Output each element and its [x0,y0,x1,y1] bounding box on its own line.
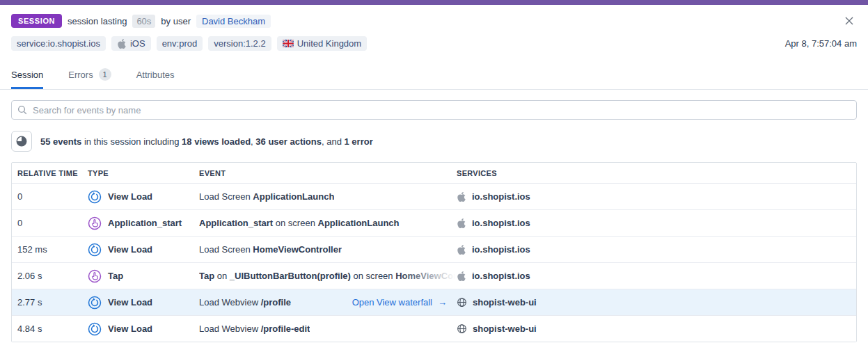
summary-row: 55 events in this session including 18 v… [11,131,857,152]
apple-icon [457,192,466,202]
event-row[interactable]: 2.77 sView LoadLoad Webview /profileOpen… [12,289,856,315]
tab-attributes[interactable]: Attributes [136,68,175,89]
tag-label: version:1.2.2 [214,38,265,49]
event-type: Tap [88,269,199,283]
event-row[interactable]: 4.84 sView LoadLoad Webview /profile-edi… [12,315,856,342]
tag-label: iOS [130,38,145,49]
column-header-svc: SERVICES [455,169,856,177]
event-type-label: View Load [108,191,152,202]
relative-time: 4.84 s [12,324,88,334]
event-description-cell: Tap on _UIButtonBarButton(profile) on sc… [199,271,455,281]
session-tags-row: service:io.shopist.iosiOSenv:prodversion… [11,36,857,60]
relative-time: 0 [12,218,88,228]
tag-label: env:prod [162,38,198,49]
service-cell: io.shopist.ios [455,218,856,228]
close-button[interactable] [842,13,857,29]
session-timestamp: Apr 8, 7:57:04 am [785,38,857,49]
event-description: Tap on _UIButtonBarButton(profile) on sc… [199,271,455,281]
session-lasting-text: session lasting [68,16,127,26]
by-user-text: by user [161,16,191,26]
tag-pill[interactable]: service:io.shopist.ios [11,36,106,51]
close-icon [844,15,855,26]
event-type-label: View Load [108,324,152,334]
event-description-cell: Load Webview /profileOpen View waterfall… [199,297,455,308]
accent-top-bar [0,0,868,5]
event-row[interactable]: 152 msView LoadLoad Screen HomeViewContr… [12,236,856,262]
event-row[interactable]: 0View LoadLoad Screen ApplicationLaunchi… [12,183,856,209]
column-header-time: RELATIVE TIME [12,169,88,177]
event-type: Application_start [88,216,199,230]
arrow-right-icon: → [438,297,447,308]
relative-time: 2.06 s [12,271,88,281]
view-load-icon [88,322,102,336]
tag-pill[interactable]: env:prod [157,36,203,51]
session-breakdown-button[interactable] [11,131,32,152]
tab-count-badge: 1 [99,68,111,81]
event-type-label: View Load [108,244,152,255]
events-table-header: RELATIVE TIMETYPEEVENTSERVICES [12,163,856,183]
service-cell: io.shopist.ios [455,191,856,202]
user-name-pill[interactable]: David Beckham [196,15,271,28]
event-description: Load Webview /profile-edit [199,324,310,334]
apple-icon [457,218,466,228]
open-view-waterfall-link[interactable]: Open View waterfall→ [352,297,447,308]
service-cell: shopist-web-ui [455,324,856,334]
tag-pill[interactable]: version:1.2.2 [208,36,271,51]
globe-icon [457,297,467,308]
session-title-row: SESSION session lasting 60s by user Davi… [11,13,857,29]
pie-chart-icon [15,135,28,147]
service-name: shopist-web-ui [473,324,537,334]
apple-icon [457,245,466,255]
event-description: Load Webview /profile [199,297,291,308]
event-description-cell: Load Screen HomeViewController [199,244,455,255]
apple-icon [117,39,127,49]
service-cell: io.shopist.ios [455,271,856,281]
session-header: SESSION session lasting 60s by user Davi… [0,13,868,60]
action-icon [88,269,102,283]
service-cell: io.shopist.ios [455,244,856,255]
service-cell: shopist-web-ui [455,297,856,308]
event-type-label: Application_start [108,218,182,228]
event-type-label: Tap [108,271,123,281]
tab-session[interactable]: Session [11,68,43,89]
tab-label: Errors [68,70,93,80]
event-description: Application_start on screen ApplicationL… [199,218,400,228]
service-name: io.shopist.ios [472,191,530,202]
event-row[interactable]: 2.06 sTapTap on _UIButtonBarButton(profi… [12,262,856,289]
waterfall-link-label: Open View waterfall [352,297,432,308]
event-type: View Load [88,296,199,310]
view-load-icon [88,190,102,204]
session-badge: SESSION [11,14,62,28]
column-header-type: TYPE [88,169,199,177]
event-description: Load Screen HomeViewController [199,244,342,255]
view-load-icon [88,296,102,310]
globe-icon [457,324,467,334]
session-duration-badge: 60s [132,15,155,28]
event-search [11,100,857,120]
view-load-icon [88,243,102,257]
tag-label: service:io.shopist.ios [17,38,100,49]
event-description-cell: Load Webview /profile-edit [199,324,455,334]
event-description: Load Screen ApplicationLaunch [199,191,334,202]
relative-time: 2.77 s [12,297,88,308]
search-input[interactable] [11,100,857,120]
tab-bar: SessionErrors1Attributes [0,60,868,90]
service-name: shopist-web-ui [473,297,537,308]
tag-pill[interactable]: iOS [111,36,151,51]
session-tags: service:io.shopist.iosiOSenv:prodversion… [11,36,367,51]
event-type: View Load [88,322,199,336]
tag-pill[interactable]: United Kingdom [277,36,368,51]
action-icon [88,216,102,230]
tag-label: United Kingdom [297,38,362,49]
service-name: io.shopist.ios [472,218,530,228]
event-row[interactable]: 0Application_startApplication_start on s… [12,209,856,236]
service-name: io.shopist.ios [472,244,530,255]
uk-flag-icon [283,40,294,47]
tab-errors[interactable]: Errors1 [68,68,111,89]
relative-time: 0 [12,191,88,202]
column-header-event: EVENT [199,169,455,177]
summary-text: 55 events in this session including 18 v… [40,136,373,147]
service-name: io.shopist.ios [472,271,530,281]
event-type: View Load [88,243,199,257]
search-icon [17,105,27,115]
